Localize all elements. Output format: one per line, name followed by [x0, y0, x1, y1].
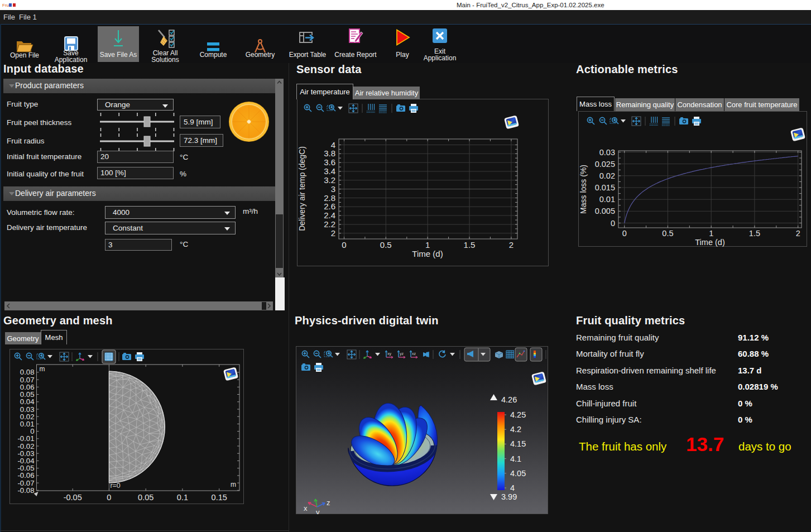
- svg-text:0.05: 0.05: [138, 493, 153, 502]
- svg-text:xy: xy: [387, 352, 392, 356]
- svg-text:0: 0: [107, 493, 111, 502]
- svg-text:xz: xz: [412, 352, 416, 356]
- svg-text:0.015: 0.015: [595, 183, 615, 192]
- svg-text:4.25: 4.25: [510, 410, 526, 419]
- svg-text:x: x: [304, 504, 308, 512]
- svg-text:m: m: [40, 365, 45, 373]
- svg-text:0: 0: [611, 219, 615, 228]
- svg-text:Time (d): Time (d): [412, 249, 443, 258]
- svg-text:3: 3: [331, 184, 335, 194]
- svg-text:Time (d): Time (d): [695, 238, 724, 247]
- svg-text:2.4: 2.4: [324, 210, 335, 220]
- svg-text:3.4: 3.4: [324, 166, 335, 176]
- svg-text:0: 0: [622, 229, 627, 238]
- svg-text:Delivery air temp (degC): Delivery air temp (degC): [297, 146, 306, 231]
- svg-text:4: 4: [331, 140, 335, 150]
- svg-text:1: 1: [425, 240, 430, 250]
- svg-text:r=0: r=0: [110, 482, 120, 490]
- svg-text:0: 0: [342, 240, 346, 250]
- svg-text:0.5: 0.5: [380, 240, 392, 250]
- svg-text:3.8: 3.8: [324, 148, 335, 158]
- svg-text:0.1: 0.1: [177, 493, 188, 502]
- svg-text:1.5: 1.5: [749, 229, 760, 238]
- svg-text:y: y: [316, 508, 320, 514]
- svg-text:4.2: 4.2: [510, 425, 521, 434]
- svg-text:-0.05: -0.05: [64, 493, 82, 502]
- svg-text:0.025: 0.025: [595, 160, 615, 169]
- svg-text:0.005: 0.005: [595, 207, 615, 215]
- svg-text:-0.08: -0.08: [17, 486, 34, 495]
- svg-text:Mass loss (%): Mass loss (%): [579, 165, 588, 214]
- svg-text:2.6: 2.6: [324, 202, 335, 211]
- svg-text:1: 1: [709, 229, 713, 238]
- svg-text:m: m: [231, 481, 236, 488]
- svg-text:2: 2: [331, 228, 335, 238]
- svg-text:yz: yz: [400, 352, 404, 356]
- svg-text:0.02: 0.02: [599, 171, 615, 180]
- svg-text:3.2: 3.2: [324, 175, 335, 185]
- svg-text:2.2: 2.2: [324, 219, 335, 229]
- svg-text:4.05: 4.05: [510, 469, 526, 478]
- svg-text:4.15: 4.15: [510, 439, 526, 448]
- svg-text:0.15: 0.15: [212, 493, 227, 502]
- svg-text:3.99: 3.99: [501, 492, 517, 501]
- svg-text:3.6: 3.6: [324, 157, 335, 167]
- svg-text:0.01: 0.01: [599, 195, 615, 204]
- svg-text:2: 2: [796, 229, 800, 238]
- svg-text:0.03: 0.03: [599, 148, 615, 157]
- svg-text:Fru: Fru: [2, 3, 9, 8]
- svg-text:4.1: 4.1: [510, 454, 521, 463]
- svg-text:4: 4: [510, 483, 515, 492]
- svg-text:4.26: 4.26: [501, 395, 517, 404]
- svg-text:2.8: 2.8: [324, 193, 335, 203]
- svg-text:2: 2: [509, 240, 514, 250]
- svg-text:1.5: 1.5: [464, 240, 476, 250]
- svg-text:0.5: 0.5: [662, 229, 673, 238]
- svg-text:z: z: [327, 499, 330, 507]
